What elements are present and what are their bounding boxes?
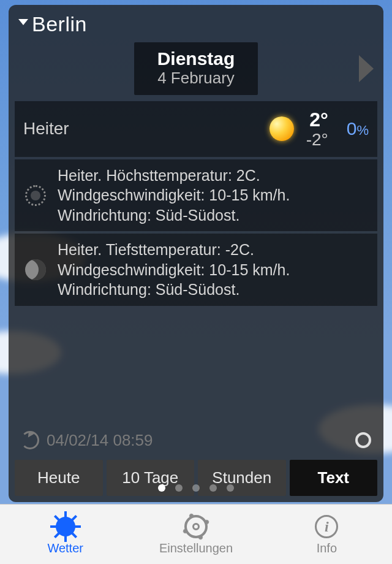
weather-panel: Berlin Dienstag 4 February Heiter 2° -2°… [9,5,383,502]
moon-icon [22,256,49,283]
page-dot[interactable] [158,484,165,492]
bottom-tab-settings[interactable]: Einstellungen [130,505,261,564]
bottom-tab-info[interactable]: i Info [262,505,392,564]
sun-outline-icon [22,182,49,209]
page-indicator[interactable] [0,484,392,492]
temp-low: -2° [306,131,328,148]
pop-unit: % [356,123,369,138]
day-box: Dienstag 4 February [134,42,258,95]
bottom-tab-info-label: Info [317,541,337,555]
day-forecast-text: Heiter. Höchsttemperatur: 2C. Windgeschw… [58,166,370,226]
sun-icon [263,110,300,147]
condition-label: Heiter [23,119,69,139]
location-name: Berlin [32,12,87,36]
refresh-timestamp: 04/02/14 08:59 [47,431,348,450]
day-name: Dienstag [157,48,235,69]
temperatures: 2° -2° [306,110,328,148]
pop-value: 0 [347,118,357,139]
reload-icon[interactable] [21,431,39,449]
next-day-arrow-icon[interactable] [359,55,374,82]
temp-high: 2° [306,110,328,131]
sun-tab-icon [52,513,79,540]
bottom-tab-weather[interactable]: Wetter [0,505,130,564]
location-selector[interactable]: Berlin [15,12,377,36]
page-dot[interactable] [175,484,183,492]
info-icon: i [313,513,340,540]
night-forecast-block: Heiter. Tiefsttemperatur: -2C. Windgesch… [15,234,377,306]
summary-row: Heiter 2° -2° 0% [15,101,377,157]
dropdown-triangle-icon [18,19,28,25]
page-dot[interactable] [209,484,217,492]
day-date: 4 February [157,69,235,88]
location-circle-icon[interactable] [355,432,371,448]
page-dot[interactable] [192,484,200,492]
gear-icon [183,513,209,540]
night-forecast-text: Heiter. Tiefsttemperatur: -2C. Windgesch… [58,240,370,300]
bottom-tab-bar: Wetter Einstellungen i Info [0,504,392,564]
day-selector: Dienstag 4 February [15,42,377,95]
precipitation-chance: 0% [347,118,369,139]
day-forecast-block: Heiter. Höchsttemperatur: 2C. Windgeschw… [15,159,377,232]
refresh-row: 04/02/14 08:59 [15,422,377,457]
page-dot[interactable] [227,484,234,492]
